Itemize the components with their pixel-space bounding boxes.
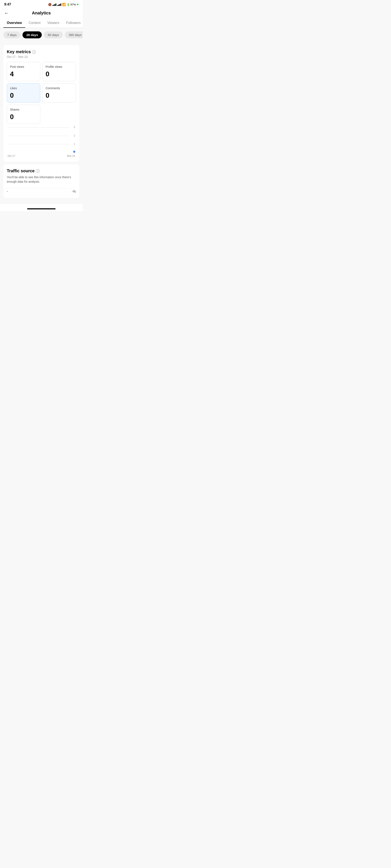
metric-profile-views[interactable]: Profile views 0	[42, 62, 76, 81]
home-indicator	[0, 204, 83, 211]
traffic-source-label: Traffic source	[7, 168, 35, 173]
key-metrics-title: Key metrics i	[7, 50, 76, 54]
traffic-description: You'll be able to see this information o…	[7, 175, 76, 184]
profile-views-label: Profile views	[46, 65, 73, 68]
wifi-icon: 📶	[62, 3, 66, 6]
status-time: 9:47	[4, 3, 11, 6]
comments-label: Comments	[46, 87, 73, 90]
header: ← Analytics	[0, 8, 83, 18]
status-icons: 🔕 📶 🔋 97%	[48, 3, 79, 6]
chart-label-1: 1	[73, 143, 75, 145]
traffic-source-title: Traffic source i	[7, 168, 76, 173]
chart-dot	[73, 151, 75, 153]
tab-viewers[interactable]: Viewers	[44, 18, 63, 28]
filter-7days[interactable]: 7 days	[3, 31, 20, 38]
metric-likes[interactable]: Likes 0	[7, 83, 40, 102]
profile-views-value: 0	[46, 70, 73, 78]
battery-level: 97%	[70, 3, 76, 6]
chart-x-start: Oct 17	[8, 154, 15, 157]
tab-followers[interactable]: Followers	[63, 18, 83, 28]
filter-60days[interactable]: 60 days	[44, 31, 63, 38]
page-title: Analytics	[32, 10, 51, 16]
key-metrics-section: Key metrics i Oct 17 - Nov 13 Post views…	[3, 45, 79, 162]
home-bar	[27, 208, 56, 209]
signal-bars-1	[52, 3, 56, 6]
post-views-label: Post views	[10, 65, 37, 68]
traffic-percent: -%	[72, 190, 76, 193]
tab-content[interactable]: Content	[25, 18, 44, 28]
traffic-row: - -%	[7, 188, 76, 194]
filter-28days[interactable]: 28 days	[23, 31, 42, 38]
filter-365days[interactable]: 365 days	[65, 31, 83, 38]
metric-post-views[interactable]: Post views 4	[7, 62, 40, 81]
date-range: Oct 17 - Nov 13	[7, 55, 76, 59]
status-bar: 9:47 🔕 📶 🔋 97%	[0, 0, 83, 8]
traffic-source-section: Traffic source i You'll be able to see t…	[3, 164, 79, 198]
back-button[interactable]: ←	[4, 10, 9, 16]
chart-label-2: 2	[73, 134, 75, 137]
battery-indicator: 🔋 97%	[67, 3, 79, 6]
shares-label: Shares	[10, 108, 37, 111]
battery-dot	[77, 4, 79, 5]
comments-value: 0	[46, 92, 73, 99]
chart-label-3: 3	[73, 126, 75, 129]
key-metrics-label: Key metrics	[7, 50, 31, 54]
metric-shares[interactable]: Shares 0	[7, 105, 40, 124]
time-filters: 7 days 28 days 60 days 365 days Cu	[0, 28, 83, 42]
chart-x-end: Nov 13	[67, 154, 75, 157]
tabs-container: Overview Content Viewers Followers LIVE	[0, 18, 83, 28]
traffic-dash: -	[7, 189, 8, 194]
metric-comments[interactable]: Comments 0	[42, 83, 76, 102]
likes-value: 0	[10, 92, 37, 99]
traffic-info-icon[interactable]: i	[36, 169, 40, 173]
shares-value: 0	[10, 113, 37, 121]
signal-bars-2	[57, 3, 61, 6]
chart-x-labels: Oct 17 Nov 13	[8, 154, 75, 157]
tab-overview[interactable]: Overview	[3, 18, 25, 28]
chart-container: 3 2 1 Oct 17 Nov 13	[7, 127, 76, 157]
chart-area: 3 2 1	[8, 127, 75, 153]
mute-icon: 🔕	[48, 3, 52, 6]
post-views-value: 4	[10, 70, 37, 78]
likes-label: Likes	[10, 87, 37, 90]
tabs: Overview Content Viewers Followers LIVE	[0, 18, 83, 28]
main-content: Key metrics i Oct 17 - Nov 13 Post views…	[0, 42, 83, 204]
metrics-grid: Post views 4 Profile views 0 Likes 0 Com…	[7, 62, 76, 124]
key-metrics-info-icon[interactable]: i	[32, 50, 36, 54]
